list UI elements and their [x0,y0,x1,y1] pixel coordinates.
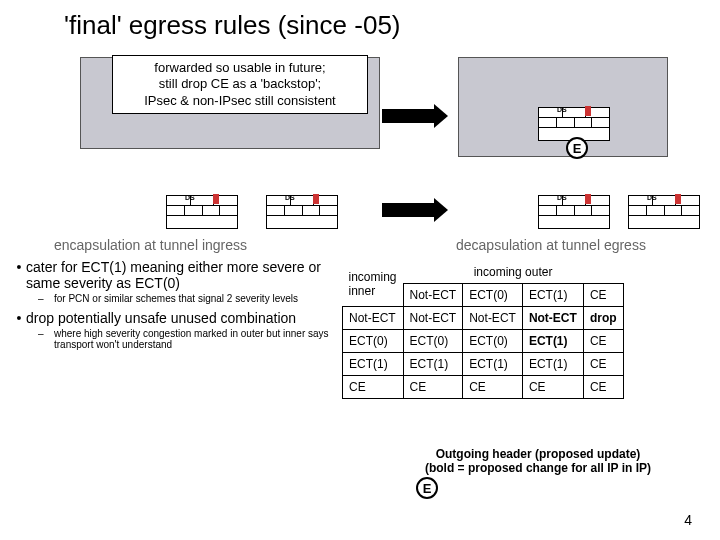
packet-icon: DS [166,195,238,229]
packet-icon: DS [538,107,610,141]
diagram-area: forwarded so usable in future; still dro… [0,45,720,185]
list-subitem: –where high severity congestion marked i… [38,328,352,350]
slide-title: 'final' egress rules (since -05) [0,0,720,41]
list-item: •drop potentially unsafe unused combinat… [12,310,352,326]
arrow-icon [382,109,436,123]
bullet-list: •cater for ECT(1) meaning either more se… [12,259,352,356]
list-subitem: –for PCN or similar schemes that signal … [38,293,352,304]
arrow-icon [382,203,436,217]
table-row: CE CE CE CE CE [343,376,624,399]
inner-label: incoming inner [343,261,404,307]
e-circle-icon: E [566,137,588,159]
packet-icon: DS [538,195,610,229]
col-header: ECT(1) [522,284,583,307]
e-circle-icon: E [416,477,438,499]
table-row: Not-ECT Not-ECT Not-ECT Not-ECT drop [343,307,624,330]
callout-box: forwarded so usable in future; still dro… [112,55,368,114]
list-item: •cater for ECT(1) meaning either more se… [12,259,352,291]
content-area: encapsulation at tunnel ingress decapsul… [0,237,720,540]
col-header: CE [583,284,623,307]
table-row: ECT(1) ECT(1) ECT(1) ECT(1) CE [343,353,624,376]
table-caption: Outgoing header (proposed update) (bold … [358,447,718,475]
ingress-heading: encapsulation at tunnel ingress [54,237,247,253]
col-header: ECT(0) [463,284,523,307]
packet-icon: DS [266,195,338,229]
outer-label: incoming outer [403,261,623,284]
packet-icon: DS [628,195,700,229]
col-header: Not-ECT [403,284,463,307]
page-number: 4 [684,512,692,528]
egress-table: incoming inner incoming outer Not-ECT EC… [342,261,624,399]
table-row: ECT(0) ECT(0) ECT(0) ECT(1) CE [343,330,624,353]
egress-heading: decapsulation at tunnel egress [456,237,646,253]
